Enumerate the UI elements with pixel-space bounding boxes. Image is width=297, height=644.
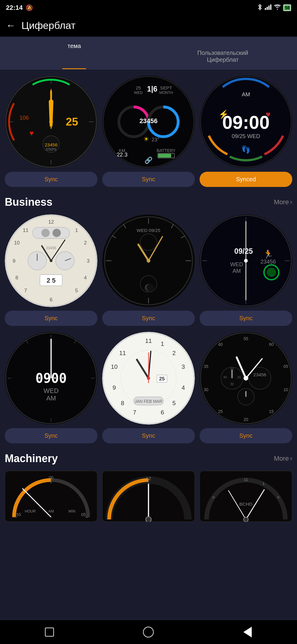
- svg-text:0900: 0900: [35, 371, 67, 386]
- svg-text:5: 5: [172, 400, 175, 406]
- svg-text:11: 11: [145, 338, 152, 344]
- svg-text:WED 09/25: WED 09/25: [137, 228, 160, 233]
- svg-text:3: 3: [182, 363, 185, 370]
- svg-text:25: 25: [66, 115, 78, 128]
- header: ← Циферблат: [0, 16, 297, 37]
- svg-text:10: 10: [283, 387, 288, 392]
- tab-theme[interactable]: тема: [0, 37, 149, 69]
- svg-point-88: [147, 284, 154, 291]
- back-button[interactable]: ←: [6, 20, 15, 31]
- svg-text:4: 4: [84, 275, 87, 281]
- svg-point-164: [244, 376, 248, 381]
- business-watch-4: 0900 WED AM Sync: [5, 332, 97, 443]
- svg-text:23456: 23456: [254, 372, 266, 377]
- svg-text:60: 60: [269, 342, 274, 347]
- svg-text:30: 30: [204, 387, 209, 392]
- svg-text:7: 7: [133, 409, 136, 416]
- svg-text:7: 7: [24, 288, 27, 293]
- svg-text:35: 35: [204, 364, 209, 369]
- svg-text:1: 1: [75, 227, 78, 233]
- svg-text:09/25    WED: 09/25 WED: [232, 133, 260, 139]
- svg-text:05: 05: [81, 512, 86, 517]
- business-sync-1[interactable]: Sync: [5, 311, 97, 326]
- business-sync-2[interactable]: Sync: [102, 311, 195, 326]
- svg-text:22.3: 22.3: [117, 151, 127, 158]
- business-sync-5[interactable]: Sync: [102, 428, 195, 443]
- svg-text:23°: 23°: [152, 137, 159, 143]
- svg-point-89: [147, 259, 150, 262]
- business-row-2: 0900 WED AM Sync 11 1 2 3: [5, 332, 292, 443]
- svg-text:23456: 23456: [46, 246, 56, 250]
- svg-rect-0: [265, 8, 266, 10]
- svg-text:WED: WED: [134, 91, 143, 95]
- svg-text:6: 6: [161, 409, 164, 416]
- svg-text:AM: AM: [46, 394, 56, 402]
- svg-text:5: 5: [75, 288, 78, 293]
- svg-text:MIN: MIN: [69, 509, 75, 513]
- svg-text:4: 4: [182, 384, 185, 391]
- machinery-more-link[interactable]: More ›: [274, 455, 292, 462]
- business-sync-6[interactable]: Sync: [200, 428, 292, 443]
- machinery-title: Machinery: [5, 452, 58, 465]
- svg-rect-2: [268, 6, 270, 10]
- svg-rect-3: [270, 4, 271, 10]
- battery-icon: 58: [283, 4, 291, 11]
- svg-text:23456: 23456: [45, 142, 57, 147]
- svg-text:3: 3: [87, 258, 90, 264]
- svg-point-70: [50, 259, 52, 262]
- svg-rect-1: [267, 7, 268, 10]
- svg-text:JAN FEB MAR: JAN FEB MAR: [135, 399, 162, 404]
- svg-text:♥: ♥: [29, 129, 34, 137]
- svg-text:30: 30: [230, 382, 234, 386]
- svg-text:20: 20: [244, 417, 248, 422]
- svg-text:1|6: 1|6: [147, 85, 158, 93]
- nav-back-button[interactable]: [240, 625, 255, 640]
- svg-text:HOUR: HOUR: [25, 509, 36, 513]
- svg-text:BATTERY: BATTERY: [157, 148, 176, 153]
- machinery-watch-1: 55 00 05 HOUR AM MIN: [5, 471, 97, 522]
- featured-watch-1: 23456 STEPS 25 ♥ 106 Sync: [5, 75, 97, 187]
- svg-text:8: 8: [15, 275, 18, 281]
- sync-button-1[interactable]: Sync: [5, 172, 97, 187]
- svg-rect-59: [32, 227, 69, 239]
- featured-watch-2: 25 WED SEPT MONTH 1|6 23456 ☀ 23°: [102, 75, 195, 187]
- machinery-watch-3: 11 1 n o BCHD: [200, 471, 292, 522]
- business-sync-4[interactable]: Sync: [5, 428, 97, 443]
- time-display: 22:14: [6, 4, 23, 12]
- svg-text:25: 25: [136, 85, 141, 90]
- business-face-4: 0900 WED AM: [5, 332, 97, 425]
- svg-point-61: [52, 229, 61, 237]
- svg-text:2: 2: [172, 350, 175, 356]
- svg-text:1: 1: [161, 340, 164, 347]
- business-watch-5: 11 1 2 3 4 5 6 7 8 9 10 11: [102, 332, 195, 443]
- svg-point-18: [49, 120, 53, 123]
- signal-bars-icon: [265, 4, 271, 11]
- business-more-link[interactable]: More ›: [274, 198, 292, 206]
- business-sync-3[interactable]: Sync: [200, 311, 292, 326]
- svg-point-182: [146, 517, 151, 522]
- watch-face-3: AM ⚡ ♥ 09:00 09/25 WED 👣: [200, 75, 292, 168]
- svg-text:9: 9: [13, 258, 15, 264]
- svg-point-139: [147, 377, 150, 380]
- sync-button-2[interactable]: Sync: [102, 172, 195, 187]
- svg-text:05: 05: [283, 364, 288, 369]
- machinery-face-3: 11 1 n o BCHD: [200, 471, 292, 522]
- svg-text:12: 12: [146, 476, 151, 481]
- svg-text:09/25: 09/25: [234, 247, 253, 255]
- nav-square-button[interactable]: [42, 625, 57, 640]
- svg-text:12: 12: [48, 219, 54, 225]
- circle-nav-icon: [143, 627, 154, 637]
- tab-custom[interactable]: Пользовательский Циферблат: [149, 37, 297, 69]
- svg-text:10: 10: [111, 363, 117, 370]
- machinery-watch-2: 12: [102, 471, 195, 522]
- svg-text:40: 40: [218, 342, 223, 347]
- content-area: 23456 STEPS 25 ♥ 106 Sync: [0, 69, 297, 564]
- business-watch-2: WED 09/25 Sync: [102, 214, 195, 326]
- svg-text:23456: 23456: [139, 117, 157, 125]
- sync-button-3[interactable]: Synced: [200, 172, 292, 187]
- svg-text:106: 106: [20, 114, 29, 121]
- nav-home-button[interactable]: [141, 625, 156, 640]
- svg-text:55: 55: [16, 512, 21, 517]
- svg-text:2 5: 2 5: [46, 277, 55, 284]
- svg-text:AM: AM: [48, 509, 54, 513]
